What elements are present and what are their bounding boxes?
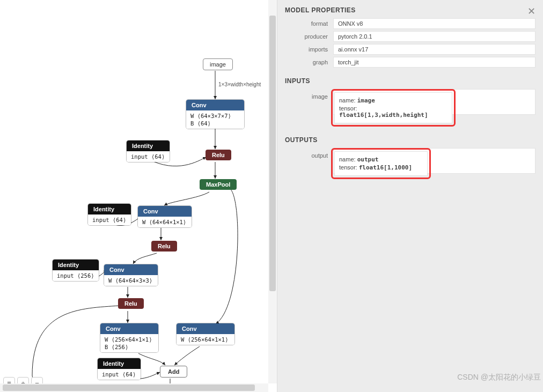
node-conv-4[interactable]: Conv W ⟨256×64×1×1⟩ B ⟨256⟩ bbox=[100, 323, 158, 352]
node-param: input ⟨64⟩ bbox=[131, 153, 165, 160]
node-relu-3[interactable]: Relu bbox=[118, 298, 144, 309]
node-conv-2[interactable]: Conv W ⟨64×64×1×1⟩ bbox=[138, 206, 192, 227]
prop-label: format bbox=[285, 20, 333, 27]
prop-row-producer: producer pytorch 2.0.1 bbox=[285, 31, 535, 42]
node-conv-5[interactable]: Conv W ⟨256×64×1×1⟩ bbox=[177, 323, 234, 345]
highlight-box: name: image tensor: float16[1,3,width,he… bbox=[331, 89, 456, 127]
node-identity-1[interactable]: Identity input ⟨64⟩ bbox=[127, 140, 170, 162]
prop-label: producer bbox=[285, 33, 333, 40]
node-title: Conv bbox=[138, 206, 192, 217]
output-row-output: output name: output tensor: float16[1,10… bbox=[285, 148, 535, 179]
prop-label: graph bbox=[285, 59, 333, 65]
prop-value-producer[interactable]: pytorch 2.0.1 bbox=[333, 31, 535, 42]
node-conv-1[interactable]: Conv W ⟨64×3×7×7⟩ B ⟨64⟩ bbox=[186, 100, 244, 129]
node-conv-3[interactable]: Conv W ⟨64×64×3×3⟩ bbox=[104, 264, 158, 286]
close-icon: ✕ bbox=[527, 6, 535, 17]
node-param-w: W ⟨64×3×7×7⟩ bbox=[190, 112, 240, 120]
io-label: image bbox=[285, 89, 333, 127]
node-title: Identity bbox=[98, 358, 141, 369]
node-title: Conv bbox=[186, 100, 244, 110]
input-detail-box[interactable]: name: image tensor: float16[1,3,width,he… bbox=[334, 92, 452, 123]
node-param-b: B ⟨64⟩ bbox=[190, 120, 240, 127]
vertical-scrollbar[interactable] bbox=[268, 0, 277, 383]
close-button[interactable]: ✕ bbox=[527, 5, 535, 17]
prop-row-graph: graph torch_jit bbox=[285, 57, 535, 68]
graph-canvas[interactable]: image 1×3×width×height Conv W ⟨64×3×7×7⟩… bbox=[0, 0, 277, 392]
input-row-image: image name: image tensor: float16[1,3,wi… bbox=[285, 89, 535, 127]
node-param-w: W ⟨64×64×3×3⟩ bbox=[108, 277, 153, 284]
node-identity-3[interactable]: Identity input ⟨256⟩ bbox=[53, 260, 99, 281]
section-inputs-title: INPUTS bbox=[285, 77, 535, 85]
node-label: MaxPool bbox=[206, 181, 230, 188]
node-add[interactable]: Add bbox=[160, 366, 187, 378]
node-title: Identity bbox=[127, 140, 170, 151]
kv-key: tensor: bbox=[339, 164, 357, 171]
node-label: image bbox=[210, 61, 226, 68]
horizontal-scrollbar[interactable] bbox=[0, 383, 268, 392]
edge-label-shape: 1×3×width×height bbox=[218, 82, 261, 87]
prop-value-graph[interactable]: torch_jit bbox=[333, 57, 535, 68]
node-param-w: W ⟨256×64×1×1⟩ bbox=[181, 336, 230, 343]
node-label: Add bbox=[168, 368, 179, 375]
node-param: input ⟨64⟩ bbox=[92, 216, 127, 224]
kv-val: image bbox=[357, 97, 375, 104]
node-label: Relu bbox=[212, 152, 225, 158]
node-param-w: W ⟨256×64×1×1⟩ bbox=[105, 336, 154, 343]
kv-key: name: bbox=[339, 156, 356, 162]
prop-row-imports: imports ai.onnx v17 bbox=[285, 44, 535, 55]
node-title: Identity bbox=[88, 204, 131, 215]
scroll-thumb[interactable] bbox=[269, 16, 276, 292]
node-title: Conv bbox=[100, 323, 158, 334]
kv-val: float16[1,3,width,height] bbox=[339, 112, 428, 119]
io-label: output bbox=[285, 148, 333, 179]
node-image-input[interactable]: image bbox=[203, 58, 233, 70]
prop-label: imports bbox=[285, 46, 333, 53]
node-param: input ⟨64⟩ bbox=[102, 371, 136, 378]
node-maxpool[interactable]: MaxPool bbox=[200, 179, 237, 190]
node-label: Relu bbox=[158, 243, 171, 249]
node-param: input ⟨256⟩ bbox=[57, 272, 94, 279]
node-title: Conv bbox=[177, 323, 234, 334]
node-param-w: W ⟨64×64×1×1⟩ bbox=[142, 218, 187, 226]
kv-val: output bbox=[357, 156, 379, 163]
node-title: Identity bbox=[53, 260, 99, 270]
kv-val: float16[1,1000] bbox=[359, 164, 412, 171]
node-identity-2[interactable]: Identity input ⟨64⟩ bbox=[88, 204, 131, 225]
output-detail-box[interactable]: name: output tensor: float16[1,1000] bbox=[334, 151, 428, 176]
node-relu-2[interactable]: Relu bbox=[151, 241, 177, 252]
scroll-thumb[interactable] bbox=[3, 384, 255, 391]
node-identity-4[interactable]: Identity input ⟨64⟩ bbox=[98, 358, 141, 380]
node-param-b: B ⟨256⟩ bbox=[105, 343, 154, 351]
highlight-box: name: output tensor: float16[1,1000] bbox=[331, 148, 431, 179]
node-title: Conv bbox=[104, 264, 158, 275]
prop-value-imports[interactable]: ai.onnx v17 bbox=[333, 44, 535, 55]
properties-panel: ✕ MODEL PROPERTIES format ONNX v8 produc… bbox=[277, 0, 543, 392]
prop-value-format[interactable]: ONNX v8 bbox=[333, 18, 535, 29]
kv-key: name: bbox=[339, 97, 356, 103]
kv-key: tensor: bbox=[339, 105, 357, 112]
section-outputs-title: OUTPUTS bbox=[285, 136, 535, 144]
prop-row-format: format ONNX v8 bbox=[285, 18, 535, 29]
node-label: Relu bbox=[124, 300, 137, 307]
panel-title: MODEL PROPERTIES bbox=[285, 6, 535, 14]
node-relu-1[interactable]: Relu bbox=[206, 150, 231, 160]
